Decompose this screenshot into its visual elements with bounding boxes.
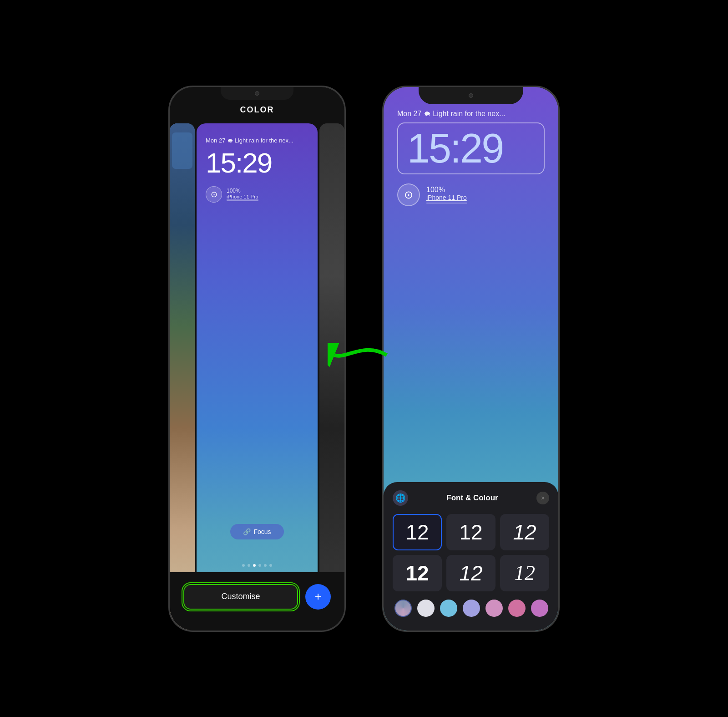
customise-button[interactable]: Customise bbox=[183, 584, 298, 610]
left-notch bbox=[221, 87, 293, 100]
font-item-6[interactable]: 12 bbox=[500, 555, 549, 591]
right-weather: Mon 27 🌧 Light rain for the nex... bbox=[397, 110, 545, 118]
battery-pct: 100% bbox=[227, 188, 258, 194]
dot-6 bbox=[269, 564, 272, 567]
font-item-5[interactable]: 12 bbox=[446, 555, 495, 591]
dots-indicator bbox=[170, 564, 344, 567]
bottom-bar: Customise + bbox=[170, 572, 344, 631]
widget-info: 100% iPhone 11 Pro bbox=[227, 188, 258, 201]
font-grid: 12 12 12 12 12 12 bbox=[393, 514, 549, 591]
panel-header: 🌐 Font & Colour × bbox=[393, 490, 549, 506]
font-colour-panel: 🌐 Font & Colour × 12 12 12 12 12 bbox=[384, 482, 558, 631]
battery-bar bbox=[227, 200, 258, 201]
right-side-panel bbox=[319, 123, 344, 631]
left-phone: COLOR Mon 27 🌧 Light rain for the nex...… bbox=[168, 86, 346, 632]
right-battery-icon: ⊙ bbox=[397, 183, 420, 206]
dot-2 bbox=[248, 564, 250, 567]
battery-widget-icon: ⊙ bbox=[206, 186, 222, 203]
left-weather: Mon 27 🌧 Light rain for the nex... bbox=[206, 137, 308, 144]
right-time-box: 15:29 bbox=[397, 122, 545, 174]
link-icon: 🔗 bbox=[243, 528, 251, 535]
focus-area: 🔗 Focus bbox=[212, 524, 303, 539]
left-widget: ⊙ 100% iPhone 11 Pro bbox=[206, 186, 308, 203]
right-battery-pct: 100% bbox=[426, 186, 467, 194]
font-item-3[interactable]: 12 bbox=[500, 514, 549, 550]
font-num-5: 12 bbox=[459, 561, 482, 585]
swatch-rose[interactable] bbox=[508, 600, 526, 617]
left-side-panel bbox=[170, 123, 195, 631]
wallpaper-type-label: COLOR bbox=[170, 105, 344, 115]
globe-icon[interactable]: 🌐 bbox=[393, 490, 408, 506]
color-swatches bbox=[393, 600, 549, 617]
font-item-2[interactable]: 12 bbox=[446, 514, 495, 550]
font-num-4: 12 bbox=[405, 561, 429, 585]
font-item-4[interactable]: 12 bbox=[393, 555, 442, 591]
dot-4 bbox=[258, 564, 261, 567]
weather-text: Mon 27 🌧 Light rain for the nex... bbox=[397, 110, 505, 118]
swatch-purple[interactable] bbox=[531, 600, 548, 617]
font-item-1[interactable]: 12 bbox=[393, 514, 442, 550]
font-num-2: 12 bbox=[459, 520, 482, 544]
panel-close-button[interactable]: × bbox=[536, 492, 549, 504]
front-camera bbox=[255, 91, 259, 96]
swatch-light-blue[interactable] bbox=[440, 600, 457, 617]
swatch-pink[interactable] bbox=[485, 600, 503, 617]
right-front-camera bbox=[469, 93, 473, 98]
dot-1 bbox=[242, 564, 245, 567]
right-phone: Mon 27 🌧 Light rain for the nex... 15:29… bbox=[382, 86, 560, 632]
swatch-lavender[interactable] bbox=[463, 600, 480, 617]
panel-title: Font & Colour bbox=[408, 493, 536, 503]
font-num-6: 12 bbox=[514, 561, 535, 585]
add-button[interactable]: + bbox=[305, 584, 331, 610]
right-time: 15:29 bbox=[407, 128, 535, 169]
right-battery-bar bbox=[426, 203, 467, 203]
swatch-gradient[interactable] bbox=[394, 600, 412, 617]
plus-icon: + bbox=[314, 590, 321, 604]
right-device-name: iPhone 11 Pro bbox=[426, 194, 467, 201]
font-num-1: 12 bbox=[405, 520, 429, 544]
right-lock-content: Mon 27 🌧 Light rain for the nex... 15:29… bbox=[384, 110, 558, 206]
wallpaper-area: Mon 27 🌧 Light rain for the nex... 15:29… bbox=[170, 123, 344, 631]
dot-3 bbox=[253, 564, 256, 567]
swatch-white[interactable] bbox=[417, 600, 435, 617]
focus-label: Focus bbox=[253, 528, 271, 535]
right-widget: ⊙ 100% iPhone 11 Pro bbox=[397, 183, 545, 206]
right-notch bbox=[419, 87, 523, 104]
focus-button[interactable]: 🔗 Focus bbox=[230, 524, 283, 539]
center-card[interactable]: Mon 27 🌧 Light rain for the nex... 15:29… bbox=[197, 123, 318, 631]
right-widget-info: 100% iPhone 11 Pro bbox=[426, 186, 467, 203]
font-num-3: 12 bbox=[513, 520, 536, 544]
dot-5 bbox=[264, 564, 267, 567]
device-name-left: iPhone 11 Pro bbox=[227, 194, 258, 199]
left-time: 15:29 bbox=[206, 147, 308, 179]
